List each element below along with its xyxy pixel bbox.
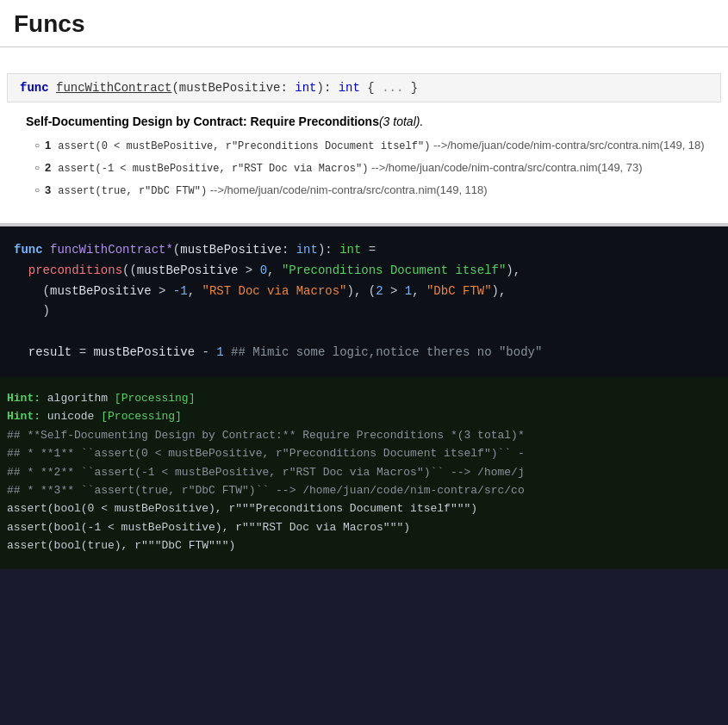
hint-section: Hint: algorithm [Processing] Hint: unico… bbox=[0, 377, 728, 569]
func-keyword: func bbox=[20, 81, 49, 95]
hint-line-6: ## * **3** ``assert(true, r"DbC FTW")`` … bbox=[7, 481, 721, 499]
hint-algo-2: unicode bbox=[40, 410, 101, 423]
item-link: -->/home/juan/code/nim-contra/src/contra… bbox=[371, 161, 643, 174]
result-param: mustBePositive bbox=[93, 345, 195, 359]
hint-code-9: assert(bool(true), r"""DbC FTW""") bbox=[7, 539, 235, 552]
item-content: assert(0 < mustBePositive, r"Preconditio… bbox=[58, 139, 704, 152]
item-code: assert(0 < mustBePositive, r"Preconditio… bbox=[58, 140, 430, 152]
param-name: mustBePositive bbox=[180, 243, 282, 257]
pp-op3: > bbox=[383, 284, 405, 298]
result-comment: ## Mimic some logic,notice theres no "bo… bbox=[231, 345, 542, 359]
title-text: Funcs bbox=[14, 10, 84, 37]
colon: : bbox=[282, 243, 296, 257]
item-link: -->/home/juan/code/nim-contra/src/contra… bbox=[433, 139, 705, 152]
func-signature-bar: func funcWithContract(mustBePositive: in… bbox=[7, 73, 721, 102]
hint-line-1: Hint: algorithm [Processing] bbox=[7, 389, 721, 407]
pp-close2: ), bbox=[492, 284, 507, 298]
doc-list: 1 assert(0 < mustBePositive, r"Precondit… bbox=[26, 139, 711, 197]
item-num: 3 bbox=[45, 183, 51, 196]
pp-num2: -1 bbox=[173, 284, 188, 298]
pp-comma3: , bbox=[412, 284, 426, 298]
assign: = bbox=[72, 345, 93, 359]
pp-final-paren: ) bbox=[43, 304, 50, 318]
list-item: 2 assert(-1 < mustBePositive, r"RST Doc … bbox=[34, 161, 711, 175]
self-doc-section: Self-Documenting Design by Contract: Req… bbox=[0, 102, 728, 223]
item-content: assert(true, r"DbC FTW") -->/home/juan/c… bbox=[58, 183, 487, 197]
func-kw: func bbox=[14, 243, 43, 257]
pp-str1: "Preconditions Document itself" bbox=[282, 263, 506, 277]
hint-kw-2: Hint: bbox=[7, 410, 40, 423]
pp-close1: ), bbox=[506, 263, 520, 277]
pp-num3: 2 bbox=[376, 284, 383, 298]
code-line-2: preconditions((mustBePositive > 0, "Prec… bbox=[7, 261, 728, 282]
list-item: 1 assert(0 < mustBePositive, r"Precondit… bbox=[34, 139, 711, 152]
func-brace: { ... } bbox=[360, 81, 418, 95]
hint-code-7: assert(bool(0 < mustBePositive), r"""Pre… bbox=[7, 502, 477, 515]
hint-line-5: ## * **2** ``assert(-1 < mustBePositive,… bbox=[7, 463, 721, 481]
pp-num4: 1 bbox=[405, 284, 412, 298]
pp-param2: mustBePositive bbox=[50, 284, 152, 298]
hint-line-7: assert(bool(0 < mustBePositive), r"""Pre… bbox=[7, 499, 721, 517]
preconditions-kw: preconditions bbox=[28, 263, 122, 277]
item-link: -->/home/juan/code/nim-contra/src/contra… bbox=[210, 183, 488, 196]
self-doc-title: Self-Documenting Design by Contract: Req… bbox=[26, 115, 711, 128]
item-code: assert(true, r"DbC FTW") bbox=[58, 185, 207, 197]
pp-mid: ), ( bbox=[347, 284, 376, 298]
func-name: funcWithContract bbox=[56, 81, 171, 95]
hint-line-4: ## * **1** ``assert(0 < mustBePositive, … bbox=[7, 444, 721, 462]
spacer bbox=[0, 47, 728, 73]
hint-proc-1: [Processing] bbox=[115, 392, 196, 405]
return-type-dark: int bbox=[339, 243, 361, 257]
param-type: int bbox=[295, 81, 316, 95]
hint-line-2: Hint: unicode [Processing] bbox=[7, 407, 721, 425]
func-name-underline: funcWithContract(mustBePositive: bbox=[56, 81, 295, 95]
item-content: assert(-1 < mustBePositive, r"RST Doc vi… bbox=[58, 161, 642, 175]
code-line-6: result = mustBePositive - 1 ## Mimic som… bbox=[7, 343, 728, 363]
return-type: int bbox=[339, 81, 360, 95]
hint-code-8: assert(bool(-1 < mustBePositive), r"""RS… bbox=[7, 521, 410, 534]
item-num: 1 bbox=[45, 139, 51, 152]
item-num: 2 bbox=[45, 161, 51, 174]
pp-op2: > bbox=[152, 284, 173, 298]
hint-comment-4: ## * **1** ``assert(0 < mustBePositive, … bbox=[7, 447, 525, 460]
pp-comma1: , bbox=[267, 263, 282, 277]
close-paren-return: ): bbox=[318, 243, 339, 257]
pp-op1: > bbox=[238, 263, 259, 277]
pp-num1: 0 bbox=[260, 263, 267, 277]
pp-str3: "DbC FTW" bbox=[426, 284, 492, 298]
self-doc-subtitle: Require Preconditions bbox=[251, 115, 379, 128]
hint-comment-3: ## **Self-Documenting Design by Contract… bbox=[7, 429, 525, 442]
dark-code-section: func funcWithContract*(mustBePositive: i… bbox=[0, 226, 728, 377]
result-kw: result bbox=[28, 345, 72, 359]
list-item: 3 assert(true, r"DbC FTW") -->/home/juan… bbox=[34, 183, 711, 197]
minus: - bbox=[195, 345, 216, 359]
hint-comment-6: ## * **3** ``assert(true, r"DbC FTW")`` … bbox=[7, 484, 525, 497]
code-line-1: func funcWithContract*(mustBePositive: i… bbox=[7, 240, 728, 261]
item-code: assert(-1 < mustBePositive, r"RST Doc vi… bbox=[58, 163, 368, 175]
code-line-5 bbox=[7, 322, 728, 343]
open-paren: ( bbox=[173, 243, 180, 257]
self-doc-bold: Self-Documenting Design by Contract: bbox=[26, 115, 247, 128]
pp-str2: "RST Doc via Macros" bbox=[202, 284, 346, 298]
hint-line-3: ## **Self-Documenting Design by Contract… bbox=[7, 426, 721, 444]
param-type-dark: int bbox=[296, 243, 318, 257]
result-num: 1 bbox=[216, 345, 223, 359]
pp1: (( bbox=[122, 263, 137, 277]
hint-proc-2: [Processing] bbox=[101, 410, 182, 423]
hint-line-9: assert(bool(true), r"""DbC FTW""") bbox=[7, 536, 721, 555]
code-line-4: ) bbox=[7, 301, 728, 322]
func-return: ): bbox=[316, 81, 338, 95]
hint-comment-5: ## * **2** ``assert(-1 < mustBePositive,… bbox=[7, 466, 525, 479]
pp-comma2: , bbox=[188, 284, 202, 298]
hint-line-8: assert(bool(-1 < mustBePositive), r"""RS… bbox=[7, 518, 721, 536]
code-line-3: (mustBePositive > -1, "RST Doc via Macro… bbox=[7, 282, 728, 302]
pp-param1: mustBePositive bbox=[137, 263, 239, 277]
white-section: Funcs func funcWithContract(mustBePositi… bbox=[0, 0, 728, 223]
hint-kw-1: Hint: bbox=[7, 392, 40, 405]
fn-name: funcWithContract* bbox=[50, 243, 173, 257]
page-title: Funcs bbox=[0, 0, 728, 47]
hint-algo-1: algorithm bbox=[40, 392, 115, 405]
equals: = bbox=[361, 243, 376, 257]
self-doc-total: (3 total). bbox=[379, 115, 423, 128]
